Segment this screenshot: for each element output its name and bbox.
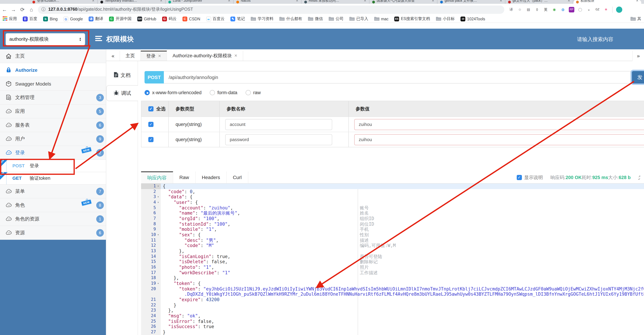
send-button[interactable]: 发 [632,71,644,84]
tabs-scroll-left-icon[interactable]: « [106,51,120,61]
header-search-input[interactable] [577,34,629,44]
param-checkbox[interactable]: ✓ [148,137,154,142]
response-tab-Raw[interactable]: Raw [173,172,196,183]
param-name-input[interactable] [225,119,332,130]
tab-close-icon[interactable]: ✕ [234,54,237,58]
globe-ext-icon[interactable]: ◍ [560,7,566,12]
response-tab-Headers[interactable]: Headers [196,172,226,183]
param-value-input[interactable] [354,119,644,130]
browser-tab[interactable]: 登录/s2dach…✕ [30,0,98,4]
radio-icon[interactable] [246,90,251,95]
browser-tab[interactable]: 国家级大气污染源大排查✕ [370,0,438,4]
home-button-icon[interactable]: ⌂ [27,6,36,12]
bookmark-item[interactable]: ESES搜索引擎文档 [394,16,430,22]
tab-Authorize-authority-权限模块[interactable]: Authorize-authority-权限模块✕ [167,51,243,61]
param-value-input[interactable] [354,134,644,145]
sidebar-item-角色的资源[interactable]: API角色的资源1 [0,212,106,226]
bookmark-item[interactable]: 微信 [308,16,323,22]
sidebar-item-Swagger Models[interactable]: Swagger Models [0,77,106,91]
fold-arrow-icon[interactable]: ▾ [156,281,160,286]
content-type-raw[interactable]: raw [246,90,261,95]
bookmark-item[interactable]: 学习资料 [251,16,274,22]
browser-tab[interactable]: Redis 未授权访问…✕ [302,0,370,4]
bookmark-item[interactable]: 小目标 [436,16,455,22]
show-desc-toggle[interactable]: ✓ 显示说明 [516,174,543,180]
bookmark-item[interactable]: 应用 [3,16,17,22]
fold-arrow-icon[interactable]: ▾ [156,184,160,189]
bookmarks-list[interactable]: 应用百百度bBingGGoogle译翻译C开源中国GHGitHubG码云CCSD… [3,16,627,22]
radio-icon[interactable] [144,90,150,95]
cat-ext-icon[interactable]: ◒ [586,7,592,12]
fullscreen-icon[interactable]: ↗↙ [638,175,640,180]
forward-icon[interactable]: → [9,6,18,12]
bookmark-item[interactable]: C开源中国 [109,16,132,22]
tab-close-icon[interactable]: ✕ [364,0,366,4]
sidebar-item-角色[interactable]: API角色NEW8 [0,198,106,212]
gitzip-ext-icon[interactable]: GZ [595,7,600,12]
sidebar-item-Authorize[interactable]: Authorize [0,63,106,77]
bookmark-item[interactable]: 什么都有 [280,16,302,22]
sidebar-item-用户[interactable]: API用户9 [0,132,106,146]
tab-close-icon[interactable]: ✕ [158,54,161,58]
tab-主页[interactable]: 主页 [120,51,141,61]
group-select[interactable]: authority-权限模块 ▲▼ [6,33,85,46]
bookmark-item[interactable]: G码云 [162,16,176,22]
pinwheel-ext-icon[interactable]: ✳ [603,7,609,12]
sidebar-item-登录[interactable]: API登录NEW2 [0,146,106,160]
param-checkbox[interactable]: ✓ [148,122,154,127]
page-info-icon[interactable]: ⓘ [42,6,46,12]
browser-tab[interactable]: 权限模块✕ [573,0,641,4]
bookmark-item[interactable]: GGoogle [64,16,83,21]
rp-ext-icon[interactable]: RP [569,7,574,12]
address-bar[interactable]: ⓘ 127.0.0.1:8760/api/gate/doc.html#/auth… [38,5,504,14]
bookmark-item[interactable]: 101024Tools [460,16,485,21]
menu-toggle-icon[interactable] [95,36,102,41]
browser-tab[interactable]: git文件过大（pack）…✕ [505,0,573,4]
tab-登录[interactable]: 登录✕ [141,51,167,61]
sidebar-item-post-登录[interactable]: NEWPOST登录 [0,160,106,172]
bookmark-item[interactable]: GHGitHub [137,16,156,21]
doc-side-tabs[interactable]: 文档调试 [106,61,138,335]
response-tabs[interactable]: 响应内容RawHeadersCurl [141,172,248,183]
bookmark-item[interactable]: 百百度 [23,16,37,22]
tab-close-icon[interactable]: ✕ [636,0,638,4]
bookmark-star-icon[interactable]: ☆ [517,7,522,12]
ring-ext-icon[interactable]: ◯ [578,7,583,12]
bookmark-item[interactable]: bBing [43,16,58,21]
sidebar-item-主页[interactable]: 主页 [0,49,106,63]
fold-arrow-icon[interactable]: ▾ [156,200,160,205]
tab-close-icon[interactable]: ✕ [500,0,502,4]
bookmark-item[interactable]: 已导入 [350,16,368,22]
fold-arrow-icon[interactable]: ▾ [156,194,160,200]
select-all-checkbox[interactable]: ✓ [148,106,154,112]
bookmark-item[interactable]: mac [374,16,388,22]
app-tabs[interactable]: 主页登录✕Authorize-authority-权限模块✕ [120,51,243,61]
tab-close-icon[interactable]: ✕ [92,0,94,4]
sidebar-item-get-验证token[interactable]: NEWGET验证token [0,172,106,184]
tab-close-icon[interactable]: ✕ [568,0,570,4]
browser-tab[interactable]: Temporary Interact…✕ [98,0,166,4]
back-icon[interactable]: ← [0,6,9,12]
param-name-input[interactable] [225,134,332,145]
tab-close-icon[interactable]: ✕ [296,0,298,4]
content-type-form-data[interactable]: form-data [210,90,238,95]
content-type-options[interactable]: x-www-form-urlencodedform-dataraw [144,90,261,95]
sidebar-item-服务表[interactable]: API服务表6 [0,118,106,132]
profile-avatar[interactable] [616,6,622,12]
response-editor[interactable]: 1▾{2 "code": 0,3▾ "data": {4▾ "user": {5… [141,184,644,335]
doc-tab-调试[interactable]: 调试 [106,85,138,101]
bookmark-item[interactable]: CCSDN [182,16,200,21]
bookmark-item[interactable]: 译翻译 [89,16,103,22]
chrome-ext-icon[interactable]: ◉ [552,7,557,12]
sidebar-item-应用[interactable]: API应用5 [0,104,106,118]
bookmark-item[interactable]: ∞百度云 [206,16,224,22]
other-bookmarks[interactable]: 其 [630,16,641,22]
sidebar-item-资源[interactable]: API资源6 [0,226,106,240]
request-url-input[interactable] [164,71,631,84]
dict-ext-icon[interactable]: 英 [543,7,548,12]
reload-icon[interactable]: ⟳ [18,6,27,12]
show-desc-checkbox[interactable]: ✓ [516,175,522,180]
bookmark-item[interactable]: ✎笔记 [230,16,245,22]
response-tab-Curl[interactable]: Curl [226,172,248,183]
bookmark-item[interactable]: 公司 [329,16,344,22]
